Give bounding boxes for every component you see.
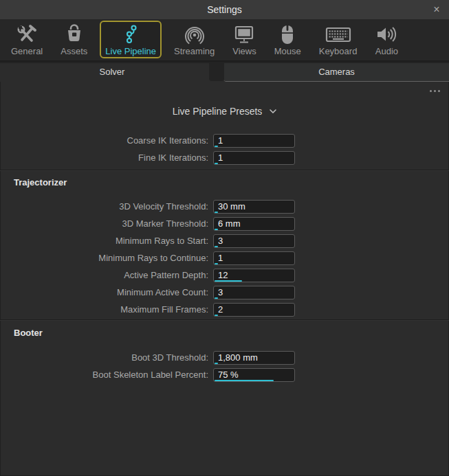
field-row-active-pattern-depth: Active Pattern Depth: — [0, 267, 449, 284]
field-row-min-rays-start: Minimum Rays to Start: — [0, 232, 449, 249]
mouse-icon — [280, 23, 295, 45]
close-button[interactable]: × — [428, 2, 445, 17]
minimum-rays-to-continue-input — [213, 251, 295, 265]
boot-skeleton-label-percent-value[interactable] — [214, 369, 294, 381]
field-label: 3D Marker Threshold: — [0, 218, 208, 229]
coarse-ik-iterations-value[interactable] — [214, 135, 294, 147]
field-label: Boot Skeleton Label Percent: — [0, 370, 208, 380]
toolbar-item-assets[interactable]: Assets — [55, 21, 93, 58]
boot-skeleton-label-percent-input — [213, 368, 295, 382]
boot-3d-threshold-input — [213, 351, 295, 365]
minimum-active-count-input — [213, 286, 295, 299]
tools-icon — [16, 23, 38, 45]
3d-velocity-threshold-value[interactable] — [214, 201, 294, 213]
title-bar: Settings × — [0, 0, 449, 19]
field-label: Minimum Active Count: — [0, 287, 208, 297]
toolbar-label: Live Pipeline — [105, 46, 156, 56]
dialog-title: Settings — [0, 0, 449, 19]
tab-bar: Solver Cameras — [0, 60, 449, 80]
field-label: Coarse IK Iterations: — [0, 135, 208, 146]
tab-cameras[interactable]: Cameras — [224, 63, 449, 82]
ik-fields: Coarse IK Iterations: Fine IK Iterations… — [0, 132, 449, 166]
minimum-rays-to-continue-value[interactable] — [214, 252, 294, 264]
field-row-min-active-count: Minimum Active Count: — [0, 284, 449, 301]
3d-marker-threshold-input — [213, 217, 295, 231]
minimum-rays-to-start-value[interactable] — [214, 235, 294, 247]
ellipsis-icon[interactable] — [428, 89, 441, 93]
toolbar-item-streaming[interactable]: Streaming — [168, 21, 220, 58]
toolbar-label: Keyboard — [319, 46, 358, 56]
booter-section-header: Booter — [0, 328, 449, 339]
section-divider — [0, 319, 449, 321]
live-pipeline-presets-dropdown[interactable]: Live Pipeline Presets — [0, 105, 449, 117]
fine-ik-iterations-value[interactable] — [214, 152, 294, 164]
toolbar-label: Views — [232, 46, 256, 56]
tab-separator — [209, 63, 224, 81]
field-row-3d-velocity: 3D Velocity Threshold: — [0, 198, 449, 215]
presets-label: Live Pipeline Presets — [173, 106, 263, 117]
field-label: 3D Velocity Threshold: — [0, 201, 208, 212]
field-label: Active Pattern Depth: — [0, 270, 208, 280]
toolbar-label: General — [11, 46, 43, 56]
active-pattern-depth-value[interactable] — [214, 269, 294, 282]
toolbar-label: Audio — [375, 46, 398, 56]
maximum-fill-frames-input — [213, 303, 295, 317]
boot-3d-threshold-value[interactable] — [214, 352, 294, 364]
bin-icon — [63, 23, 85, 45]
settings-dialog: Settings × General — [0, 0, 449, 476]
speaker-icon — [375, 23, 398, 45]
field-row-max-fill-frames: Maximum Fill Frames: — [0, 301, 449, 318]
field-label: Minimum Rays to Start: — [0, 236, 208, 246]
solver-panel: Live Pipeline Presets Coarse IK Iteratio… — [0, 80, 449, 476]
minimum-active-count-value[interactable] — [214, 286, 294, 299]
active-pattern-depth-input — [213, 269, 295, 282]
maximum-fill-frames-value[interactable] — [214, 304, 294, 316]
antenna-icon — [183, 23, 206, 45]
field-row-fine-ik: Fine IK Iterations: — [0, 149, 449, 166]
toolbar-item-general[interactable]: General — [6, 21, 48, 58]
field-label: Boot 3D Threshold: — [0, 352, 208, 363]
field-label: Fine IK Iterations: — [0, 152, 208, 163]
3d-velocity-threshold-input — [213, 200, 295, 214]
field-row-min-rays-continue: Minimum Rays to Continue: — [0, 249, 449, 267]
field-row-3d-marker: 3D Marker Threshold: — [0, 215, 449, 232]
field-row-boot-skeleton-label-percent: Boot Skeleton Label Percent: — [0, 366, 449, 383]
toolbar-item-live-pipeline[interactable]: Live Pipeline — [100, 21, 162, 58]
toolbar-item-mouse[interactable]: Mouse — [269, 21, 307, 58]
trajectorizer-fields: 3D Velocity Threshold: 3D Marker Thresho… — [0, 198, 449, 318]
field-row-coarse-ik: Coarse IK Iterations: — [0, 132, 449, 149]
pipeline-icon — [120, 23, 141, 45]
toolbar-item-views[interactable]: Views — [227, 21, 261, 58]
monitor-icon — [232, 23, 256, 45]
coarse-ik-iterations-input — [213, 134, 295, 148]
fine-ik-iterations-input — [213, 151, 295, 165]
toolbar-label: Assets — [61, 46, 87, 56]
trajectorizer-section-header: Trajectorizer — [0, 177, 449, 188]
section-divider — [0, 170, 449, 171]
chevron-down-icon — [270, 109, 276, 113]
toolbar-item-keyboard[interactable]: Keyboard — [314, 21, 363, 58]
field-label: Maximum Fill Frames: — [0, 304, 208, 315]
field-label: Minimum Rays to Continue: — [0, 253, 208, 263]
minimum-rays-to-start-input — [213, 234, 295, 248]
booter-fields: Boot 3D Threshold: Boot Skeleton Label P… — [0, 349, 449, 383]
3d-marker-threshold-value[interactable] — [214, 218, 294, 230]
settings-category-toolbar: General Assets — [0, 19, 449, 60]
tab-solver[interactable]: Solver — [0, 63, 224, 82]
toolbar-label: Streaming — [174, 46, 215, 56]
keyboard-icon — [325, 23, 351, 45]
toolbar-item-audio[interactable]: Audio — [369, 21, 404, 58]
toolbar-label: Mouse — [274, 46, 301, 56]
field-row-boot-3d-threshold: Boot 3D Threshold: — [0, 349, 449, 366]
